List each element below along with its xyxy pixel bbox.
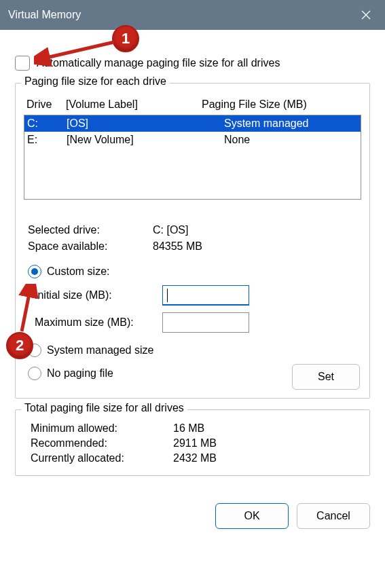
close-icon — [361, 10, 371, 20]
drive-list-row[interactable]: C: [OS] System managed — [24, 115, 361, 132]
set-button[interactable]: Set — [292, 364, 360, 390]
space-available-value: 84355 MB — [153, 240, 202, 253]
selected-drive-value: C: [OS] — [153, 224, 188, 236]
ok-button[interactable]: OK — [215, 503, 289, 529]
initial-size-input[interactable] — [162, 285, 249, 306]
drive-list-row[interactable]: E: [New Volume] None — [24, 132, 361, 148]
max-size-input[interactable] — [162, 312, 249, 333]
initial-size-label: Initial size (MB): — [35, 289, 162, 301]
space-available-label: Space available: — [28, 240, 153, 253]
group-totals-legend: Total paging file size for all drives — [21, 402, 187, 414]
window-title: Virtual Memory — [8, 9, 347, 21]
drive-listbox[interactable]: C: [OS] System managed E: [New Volume] N… — [24, 115, 361, 200]
currently-allocated-value: 2432 MB — [173, 452, 217, 464]
header-drive: Drive — [26, 98, 66, 111]
min-allowed-label: Minimum allowed: — [31, 422, 173, 435]
recommended-value: 2911 MB — [173, 437, 217, 449]
radio-custom-size-label: Custom size: — [47, 265, 109, 278]
annotation-badge-2: 2 — [6, 332, 33, 359]
group-totals: Total paging file size for all drives Mi… — [15, 409, 370, 476]
cancel-button[interactable]: Cancel — [297, 503, 370, 529]
auto-manage-label: Automatically manage paging file size fo… — [37, 57, 280, 69]
radio-system-managed-label: System managed size — [47, 344, 153, 356]
header-volume: [Volume Label] — [66, 98, 202, 111]
group-per-drive-legend: Paging file size for each drive — [21, 75, 170, 88]
title-bar: Virtual Memory — [0, 0, 385, 30]
radio-custom-size[interactable] — [28, 265, 41, 278]
selected-drive-label: Selected drive: — [28, 224, 153, 236]
recommended-label: Recommended: — [31, 437, 173, 449]
max-size-label: Maximum size (MB): — [35, 316, 162, 329]
annotation-badge-1: 1 — [112, 25, 139, 52]
drive-list-headers: Drive [Volume Label] Paging File Size (M… — [24, 96, 361, 115]
header-size: Paging File Size (MB) — [202, 98, 359, 111]
group-per-drive: Paging file size for each drive Drive [V… — [15, 83, 370, 399]
min-allowed-value: 16 MB — [173, 422, 204, 435]
auto-manage-checkbox[interactable] — [15, 56, 30, 71]
radio-no-paging-label: No paging file — [47, 367, 113, 380]
currently-allocated-label: Currently allocated: — [31, 452, 173, 464]
close-button[interactable] — [347, 0, 385, 30]
radio-no-paging[interactable] — [28, 367, 41, 380]
